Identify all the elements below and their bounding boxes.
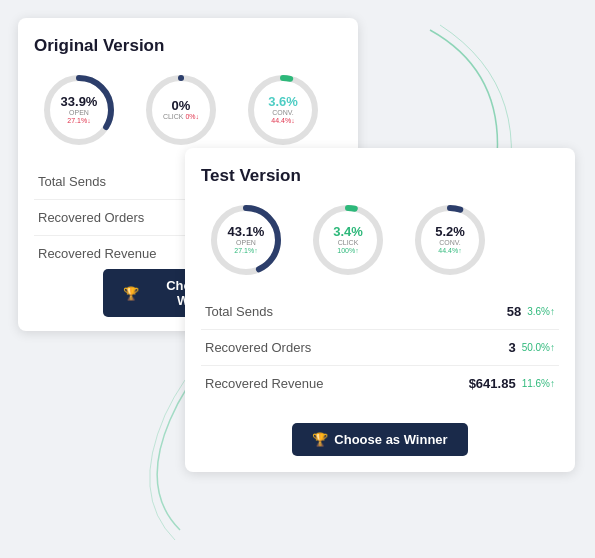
orig-conv-arrow: 44.4%↓ <box>271 117 294 124</box>
test-stat-orders-label: Recovered Orders <box>205 340 508 355</box>
test-gauge-conv: 5.2% CONV. 44.4%↑ <box>405 200 495 280</box>
test-stat-revenue-value: $641.85 <box>469 376 516 391</box>
trophy-icon: 🏆 <box>123 286 139 301</box>
original-gauge-open: 33.9% OPEN 27.1%↓ <box>34 70 124 150</box>
test-stats: Total Sends 58 3.6%↑ Recovered Orders 3 … <box>201 294 559 401</box>
test-open-arrow: 27.1%↑ <box>234 247 257 254</box>
test-click-label: CLICK 100%↑ <box>328 239 368 254</box>
orig-conv-label: CONV. 44.4%↓ <box>263 109 303 124</box>
test-click-val: 3.4% <box>328 225 368 239</box>
original-gauge-click: 0% CLICK 0%↓ <box>136 70 226 150</box>
test-gauges-row: 43.1% OPEN 27.1%↑ 3.4% CLICK 100%↑ <box>201 200 559 280</box>
test-title: Test Version <box>201 166 559 186</box>
test-conv-arrow: 44.4%↑ <box>438 247 461 254</box>
test-conv-val: 5.2% <box>430 225 470 239</box>
test-stat-orders-value: 3 <box>508 340 515 355</box>
test-gauge-open: 43.1% OPEN 27.1%↑ <box>201 200 291 280</box>
test-stat-orders-change: 50.0%↑ <box>522 342 555 353</box>
orig-click-label: CLICK 0%↓ <box>163 113 199 121</box>
orig-open-label: OPEN 27.1%↓ <box>59 109 99 124</box>
trophy-icon-test: 🏆 <box>312 432 328 447</box>
orig-click-val: 0% <box>163 99 199 113</box>
orig-conv-val: 3.6% <box>263 95 303 109</box>
orig-click-arrow: 0%↓ <box>185 113 199 120</box>
test-stat-orders: Recovered Orders 3 50.0%↑ <box>201 329 559 365</box>
test-click-arrow: 100%↑ <box>337 247 358 254</box>
test-stat-sends: Total Sends 58 3.6%↑ <box>201 294 559 329</box>
test-choose-winner-button[interactable]: 🏆 Choose as Winner <box>292 423 467 456</box>
original-gauge-conv: 3.6% CONV. 44.4%↓ <box>238 70 328 150</box>
test-conv-label: CONV. 44.4%↑ <box>430 239 470 254</box>
test-stat-revenue-change: 11.6%↑ <box>522 378 555 389</box>
orig-open-val: 33.9% <box>59 95 99 109</box>
test-stat-sends-label: Total Sends <box>205 304 507 319</box>
original-title: Original Version <box>34 36 342 56</box>
orig-open-arrow: 27.1%↓ <box>67 117 90 124</box>
test-choose-label: Choose as Winner <box>334 432 447 447</box>
test-stat-revenue-label: Recovered Revenue <box>205 376 469 391</box>
test-open-label: OPEN 27.1%↑ <box>226 239 266 254</box>
test-open-val: 43.1% <box>226 225 266 239</box>
test-stat-revenue: Recovered Revenue $641.85 11.6%↑ <box>201 365 559 401</box>
original-gauges-row: 33.9% OPEN 27.1%↓ 0% CLICK 0%↓ <box>34 70 342 150</box>
test-gauge-click: 3.4% CLICK 100%↑ <box>303 200 393 280</box>
test-stat-sends-value: 58 <box>507 304 521 319</box>
test-stat-sends-change: 3.6%↑ <box>527 306 555 317</box>
test-card: Test Version 43.1% OPEN 27.1%↑ <box>185 148 575 472</box>
